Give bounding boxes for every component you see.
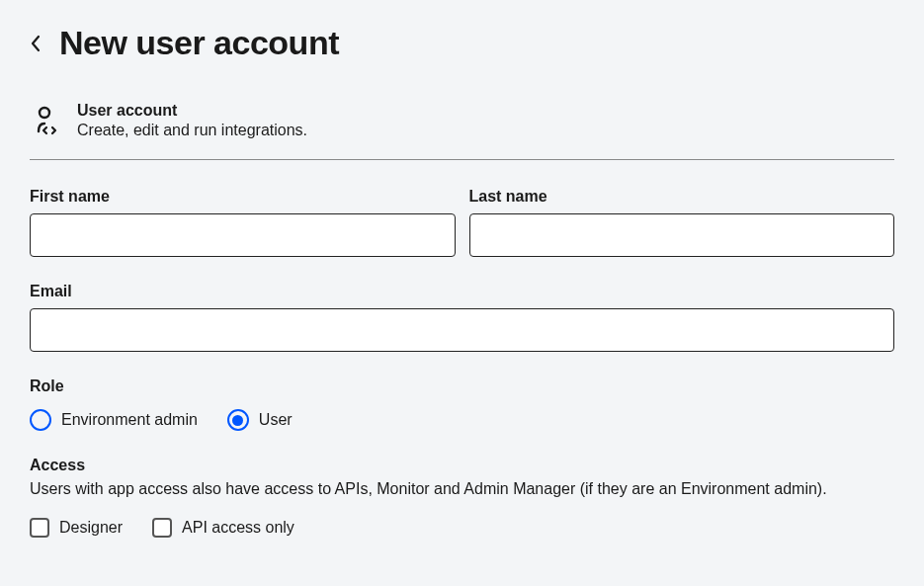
checkbox-icon [152,518,172,538]
back-button[interactable] [30,35,42,52]
radio-icon [30,409,51,431]
first-name-label: First name [30,188,456,206]
role-section-label: Role [30,377,894,395]
last-name-label: Last name [469,188,895,206]
account-type-description: Create, edit and run integrations. [77,122,307,139]
email-label: Email [30,283,894,300]
access-section-label: Access [30,457,894,474]
page-title: New user account [59,24,339,62]
radio-label: Environment admin [61,411,198,429]
checkbox-designer[interactable]: Designer [30,518,123,538]
user-code-icon [30,104,63,141]
email-input[interactable] [30,308,894,352]
checkbox-label: Designer [59,519,123,537]
radio-user[interactable]: User [227,409,293,431]
svg-point-0 [40,108,49,118]
checkbox-api-access-only[interactable]: API access only [152,518,294,538]
radio-environment-admin[interactable]: Environment admin [30,409,198,431]
chevron-left-icon [30,35,42,52]
radio-icon [227,409,249,431]
last-name-input[interactable] [469,213,895,257]
radio-dot-icon [232,415,243,426]
access-description: Users with app access also have access t… [30,478,894,500]
checkbox-label: API access only [182,519,294,537]
radio-label: User [259,411,293,429]
first-name-input[interactable] [30,213,456,257]
account-type-title: User account [77,102,307,120]
checkbox-icon [30,518,49,538]
